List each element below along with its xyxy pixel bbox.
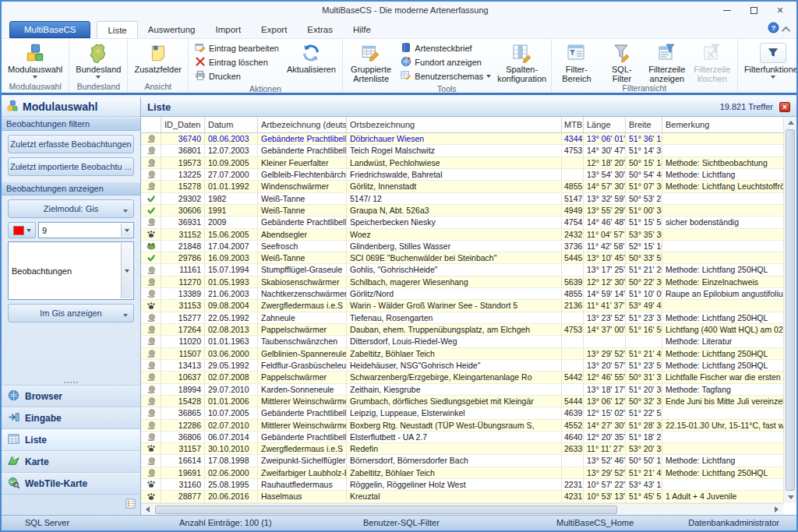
column-header-datum[interactable]: Datum xyxy=(205,117,258,132)
show-type-select[interactable]: Beobachtungen xyxy=(8,241,134,300)
tab-liste[interactable]: Liste xyxy=(97,21,137,38)
marker-size-select[interactable]: 9 xyxy=(38,222,134,238)
table-cell: 14° 46' 48' xyxy=(584,217,626,228)
table-row[interactable]: 1957310.09.2005Kleiner FeuerfalterLandwü… xyxy=(141,157,783,169)
column-header-breite[interactable]: Breite xyxy=(626,117,662,132)
user-schemas-button[interactable]: Benutzerschemas xyxy=(398,69,493,83)
table-row[interactable]: 3116025.08.1995RauhautfledermausRöggelin… xyxy=(141,479,783,491)
table-row[interactable]: 2887720.06.2016HaselmausKreuztal423110° … xyxy=(141,491,783,502)
zusatzfelder-button[interactable]: Zusatzfelder xyxy=(130,41,185,82)
minimize-button[interactable] xyxy=(715,3,739,17)
tab-extras[interactable]: Extras xyxy=(297,21,343,38)
column-config-button[interactable]: Spalten-konfiguration xyxy=(495,41,549,84)
filter-row-show-button[interactable]: Filterzeile anzeigen xyxy=(644,41,690,83)
column-header-bemerkung[interactable]: Bemerkung xyxy=(662,117,783,132)
sidebar-splitter[interactable] xyxy=(2,379,140,386)
filter-pane-button[interactable]: Filter-Bereich xyxy=(554,41,599,83)
sidebar-item-eingabe[interactable]: Eingabe xyxy=(2,407,140,429)
titlebar[interactable]: MultiBaseCS - Die moderne Artenerfassung… xyxy=(2,2,796,19)
modulauswahl-button[interactable]: Modulauswahl xyxy=(4,41,66,82)
table-row[interactable]: 3115309.08.2004Zwergfledermaus i.e.SWari… xyxy=(141,300,783,312)
last-imported-button[interactable]: Zuletzt importierte Beobachtu ... xyxy=(8,157,134,176)
table-row[interactable]: 1542801.01.2006Mittlerer WeinschwärmerGr… xyxy=(141,396,783,407)
table-row[interactable]: 369312009Gebänderte PrachtlibelleSpeiche… xyxy=(141,217,783,228)
column-header-mtb[interactable]: MTB xyxy=(562,117,584,132)
vertical-scrollbar[interactable] xyxy=(783,117,796,503)
show-in-gis-button[interactable]: Im Gis anzeigen xyxy=(8,304,134,322)
horizontal-scrollbar[interactable] xyxy=(141,503,783,515)
scroll-left-icon[interactable] xyxy=(141,504,154,516)
last-recorded-button[interactable]: Zuletzt erfasste Beobachtungen xyxy=(8,135,134,153)
table-row[interactable]: 1341329.05.1992Feldflur-GrasbüscheleuleH… xyxy=(141,360,783,372)
table-row[interactable]: 1661417.08.1998Zweipunkt-SichelflüglerBö… xyxy=(141,455,783,467)
column-header-id[interactable]: ID_Daten xyxy=(161,117,205,132)
table-row[interactable]: 1150703.06.2000Gelblinien-SpannereuleZab… xyxy=(141,348,783,360)
tab-export[interactable]: Export xyxy=(251,21,297,38)
table-row[interactable]: 3686510.07.2005Gebänderte PrachtlibelleL… xyxy=(141,407,783,419)
table-row[interactable]: 1322527.07.2000Gelbleib-FlechtenbärchenF… xyxy=(141,169,783,181)
table-row[interactable]: 2184817.04.2007SeefroschGlindenberg, Sti… xyxy=(141,241,783,252)
table-row[interactable]: 3115215.06.2005AbendseglerWoez243211° 04… xyxy=(141,229,783,241)
table-row[interactable]: 306061991Weiß-TanneGraupa N, Abt. 526a34… xyxy=(141,205,783,217)
tab-hilfe[interactable]: Hilfe xyxy=(343,21,381,38)
column-header-art[interactable]: Artbezeichnung (deutsch) xyxy=(258,117,347,132)
help-icon[interactable]: ? xyxy=(768,22,779,37)
tab-import[interactable]: Import xyxy=(206,21,252,38)
table-cell: 51° 00' 34' xyxy=(626,205,662,217)
column-header-laenge[interactable]: Länge xyxy=(584,117,626,132)
tab-auswertung[interactable]: Auswertung xyxy=(138,21,206,38)
sidebar-item-browser[interactable]: Browser xyxy=(2,386,140,407)
table-cell: 51° 16' 50' xyxy=(626,324,662,336)
scroll-up-icon[interactable] xyxy=(784,117,796,129)
table-row[interactable]: 3115730.10.2010Zwergfledermaus i.e.SRede… xyxy=(141,443,783,455)
delete-entry-button[interactable]: Eintrag löschen xyxy=(192,55,281,69)
grouped-species-list-button[interactable]: Gruppierte Artenliste xyxy=(345,41,397,84)
chevron-down-icon xyxy=(486,75,491,78)
scroll-down-icon[interactable] xyxy=(784,491,796,503)
species-profile-button[interactable]: Artensteckbrief xyxy=(398,41,493,55)
table-row[interactable]: 1899429.07.2010Karden-SonneneuleZeithain… xyxy=(141,384,783,396)
target-module-dropdown[interactable]: Zielmodul: Gis xyxy=(8,199,134,218)
maximize-button[interactable] xyxy=(742,3,765,17)
table-row[interactable]: 1969102.06.2000Zweifarbiger Laubholz-Bin… xyxy=(141,467,783,479)
show-location-button[interactable]: Fundort anzeigen xyxy=(398,55,493,69)
sql-filter-button[interactable]: SQL-Filter xyxy=(599,41,644,83)
scroll-right-icon[interactable] xyxy=(770,504,783,516)
sidebar-item-liste[interactable]: Liste xyxy=(2,429,140,451)
marker-color-dropdown[interactable] xyxy=(8,222,36,238)
table-row[interactable]: 1726402.08.2013PappelschwärmerDauban, eh… xyxy=(141,324,783,336)
table-row[interactable]: 1127001.05.1993SkabiosenschwärmerSchilba… xyxy=(141,277,783,288)
table-row[interactable]: 293021982Weiß-Tanne5147/ 12514713° 32' 5… xyxy=(141,193,783,205)
table-row[interactable]: 1063702.07.2008PappelschwärmerSchwarzenb… xyxy=(141,372,783,383)
bundesland-button[interactable]: Bundesland xyxy=(72,41,125,82)
table-cell: 02.07.2010 xyxy=(205,420,258,432)
table-row[interactable]: 1228602.07.2010Mittlerer WeinschwärmerBo… xyxy=(141,420,783,432)
collapse-ribbon-icon[interactable] xyxy=(782,26,790,34)
horizontal-scroll-thumb[interactable] xyxy=(155,506,617,514)
table-row[interactable]: 3680112.07.2003Gebänderte PrachtlibelleT… xyxy=(141,145,783,157)
table-cell: Speicherbecken Niesky xyxy=(347,217,562,228)
column-header-icon[interactable] xyxy=(141,117,161,132)
table-row[interactable]: 3674008.06.2003Gebänderte PrachtlibelleD… xyxy=(141,133,783,145)
table-row[interactable]: 1527801.01.1992WindenschwärmerGörlitz, I… xyxy=(141,181,783,192)
table-row[interactable]: 2978616.09.2003Weiß-TanneSCI 069E "Buche… xyxy=(141,252,783,264)
close-button[interactable]: × xyxy=(768,3,792,17)
edit-entry-button[interactable]: Eintrag bearbeiten xyxy=(192,41,281,55)
table-row[interactable]: 1338921.06.2003NachtkerzenschwärmerGörli… xyxy=(141,288,783,300)
vertical-scroll-thumb[interactable] xyxy=(786,129,795,491)
table-row[interactable]: 1527722.05.1992ZahneuleTiefenau, Rosenga… xyxy=(141,312,783,324)
table-cell: 4754 xyxy=(562,217,584,228)
table-cell: 13° 17' 25' xyxy=(584,264,626,276)
column-header-ort[interactable]: Ortsbezeichnung xyxy=(347,117,562,132)
close-list-icon[interactable]: × xyxy=(779,102,790,112)
filter-functions-button[interactable]: Filterfunktionen xyxy=(740,41,798,82)
table-row[interactable]: 3680606.07.2014Gebänderte PrachtlibelleE… xyxy=(141,432,783,443)
print-button[interactable]: Drucken xyxy=(192,69,281,83)
sidebar-item-webtile-karte[interactable]: WebTile-Karte xyxy=(2,473,140,495)
table-row[interactable]: 1116115.07.1994Stumpfflügel-GraseuleGohl… xyxy=(141,264,783,276)
panel-options-icon[interactable] xyxy=(125,498,136,512)
app-menu-button[interactable]: MultiBaseCS xyxy=(9,21,90,38)
refresh-button[interactable]: Aktualisieren xyxy=(283,41,340,84)
table-row[interactable]: 1102001.01.1963TaubenschwänzchenDittersd… xyxy=(141,336,783,347)
sidebar-item-karte[interactable]: Karte xyxy=(2,451,140,473)
